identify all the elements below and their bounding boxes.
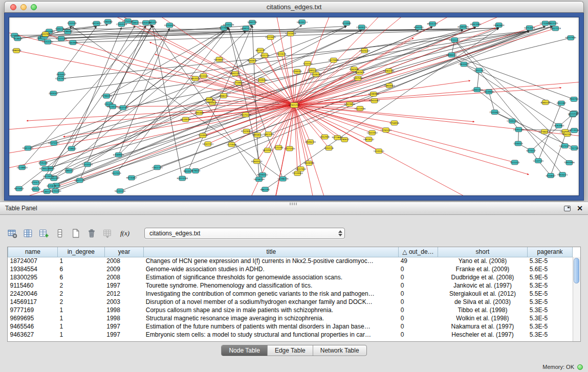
table-row[interactable]: 2242004622012Investigating the contribut… xyxy=(8,290,573,298)
table-cell[interactable]: 5.3E-5 xyxy=(528,314,573,322)
table-cell[interactable]: 2003 xyxy=(104,298,144,306)
table-cell[interactable]: 14569117 xyxy=(8,298,58,306)
zoom-window-button[interactable] xyxy=(31,4,37,10)
table-cell[interactable]: 2 xyxy=(57,281,104,290)
table-row[interactable]: 977716911998Corpus callosum shape and si… xyxy=(8,306,573,314)
network-graph[interactable]: 8904133715100815460793616425356381413180… xyxy=(9,17,579,195)
table-cell[interactable]: 5.5E-5 xyxy=(528,290,573,298)
window-titlebar[interactable]: citations_edges.txt xyxy=(4,1,584,13)
table-mode-icon[interactable] xyxy=(7,228,17,238)
table-cell[interactable]: Genome-wide association studies in ADHD. xyxy=(144,265,399,273)
table-cell[interactable]: Changes of HCN gene expression and I(f) … xyxy=(144,257,399,265)
table-cell[interactable]: 5.3E-5 xyxy=(528,306,573,314)
tab-node-table[interactable]: Node Table xyxy=(222,345,267,356)
table-cell[interactable]: 19384554 xyxy=(8,265,58,273)
column-header[interactable]: title xyxy=(144,247,399,257)
table-cell[interactable]: 5.3E-5 xyxy=(528,281,573,290)
table-cell[interactable]: 5.6E-5 xyxy=(528,265,573,273)
network-canvas[interactable]: 8904133715100815460793616425356381413180… xyxy=(9,17,579,196)
table-cell[interactable]: 0 xyxy=(399,273,438,281)
show-columns-icon[interactable] xyxy=(23,228,33,238)
table-scrollbar[interactable] xyxy=(573,257,580,341)
splitter-handle[interactable] xyxy=(290,203,298,205)
table-cell[interactable]: 0 xyxy=(399,322,438,331)
table-row[interactable]: 1872400712008Changes of HCN gene express… xyxy=(8,257,573,265)
table-cell[interactable]: 5.9E-5 xyxy=(528,273,573,281)
table-cell[interactable]: 9465546 xyxy=(8,322,58,331)
table-cell[interactable]: 2 xyxy=(57,290,104,298)
column-header[interactable]: year xyxy=(104,247,144,257)
scrollbar-thumb[interactable] xyxy=(574,258,579,283)
table-row[interactable]: 1938455462009Genome-wide association stu… xyxy=(8,265,573,273)
table-cell[interactable]: 5.3E-5 xyxy=(528,331,573,339)
tab-edge-table[interactable]: Edge Table xyxy=(267,345,313,356)
table-cell[interactable]: 6 xyxy=(57,273,104,281)
table-cell[interactable]: Stergiakouli et al. (2012) xyxy=(438,290,528,298)
table-row[interactable]: 911546021997Tourette syndrome. Phenomeno… xyxy=(8,281,573,290)
table-cell[interactable]: 49 xyxy=(399,257,438,265)
table-cell[interactable]: Corpus callosum shape and size in male p… xyxy=(144,306,399,314)
table-cell[interactable]: Structural magnetic resonance image aver… xyxy=(144,314,399,322)
table-cell[interactable]: 9777169 xyxy=(8,306,58,314)
column-header[interactable]: pagerank xyxy=(528,247,573,257)
table-row[interactable]: 946554611997Estimation of the future num… xyxy=(8,322,573,331)
table-cell[interactable]: 1 xyxy=(57,306,104,314)
table-cell[interactable]: Wolkin et al. (1998) xyxy=(438,314,528,322)
new-row-icon[interactable] xyxy=(55,228,65,238)
table-cell[interactable]: 0 xyxy=(399,331,438,339)
table-cell[interactable]: 1 xyxy=(57,331,104,339)
table-cell[interactable]: 2008 xyxy=(104,257,144,265)
table-cell[interactable]: 2 xyxy=(57,298,104,306)
column-header[interactable]: △ out_de… xyxy=(399,247,438,257)
table-cell[interactable]: 9463627 xyxy=(8,331,58,339)
table-cell[interactable]: 1 xyxy=(57,257,104,265)
table-cell[interactable]: 1998 xyxy=(104,314,144,322)
table-cell[interactable]: de Silva et al. (2003) xyxy=(438,298,528,306)
table-cell[interactable]: 2009 xyxy=(104,265,144,273)
table-cell[interactable]: 18300295 xyxy=(8,273,58,281)
table-cell[interactable]: Estimation of significance thresholds fo… xyxy=(144,273,399,281)
table-cell[interactable]: 9699695 xyxy=(8,314,58,322)
table-cell[interactable]: 1 xyxy=(57,322,104,331)
table-cell[interactable]: 0 xyxy=(399,265,438,273)
table-cell[interactable]: 9115460 xyxy=(8,281,58,290)
table-cell[interactable]: 5.3E-5 xyxy=(528,322,573,331)
table-cell[interactable]: 5.3E-5 xyxy=(528,298,573,306)
table-cell[interactable]: 0 xyxy=(399,298,438,306)
table-cell[interactable]: Estimation of the future numbers of pati… xyxy=(144,322,399,331)
delete-table-icon[interactable] xyxy=(86,228,97,238)
table-cell[interactable]: Yano et al. (2008) xyxy=(438,257,528,265)
table-cell[interactable]: Disruption of a novel member of a sodium… xyxy=(144,298,399,306)
close-window-button[interactable] xyxy=(10,4,16,10)
column-header[interactable]: in_degree xyxy=(57,247,104,257)
table-cell[interactable]: 0 xyxy=(399,306,438,314)
table-cell[interactable]: 18724007 xyxy=(8,257,58,265)
table-cell[interactable]: 0 xyxy=(399,281,438,290)
column-header[interactable]: name xyxy=(8,247,58,257)
table-cell[interactable]: Embryonic stem cells: a model to study s… xyxy=(144,331,399,339)
table-row[interactable]: 969969511998Structural magnetic resonanc… xyxy=(8,314,573,322)
table-cell[interactable]: 1 xyxy=(57,314,104,322)
table-cell[interactable]: 5.3E-5 xyxy=(528,257,573,265)
minimize-window-button[interactable] xyxy=(20,4,27,10)
table-cell[interactable]: Dudbridge et al. (2008) xyxy=(438,273,528,281)
table-cell[interactable]: 22420046 xyxy=(8,290,58,298)
table-cell[interactable]: 2008 xyxy=(104,273,144,281)
table-selector-combobox[interactable]: citations_edges.txt xyxy=(144,228,345,239)
table-cell[interactable]: Jankovic et al. (1997) xyxy=(438,281,528,290)
table-cell[interactable]: 1997 xyxy=(104,331,144,339)
table-cell[interactable]: Tibbo et al. (1998) xyxy=(438,306,528,314)
table-cell[interactable]: 0 xyxy=(399,314,438,322)
combobox-stepper-icon[interactable] xyxy=(336,228,344,238)
function-builder-icon[interactable]: f(x) xyxy=(118,228,132,238)
new-column-icon[interactable] xyxy=(39,228,49,238)
table-cell[interactable]: 2012 xyxy=(104,290,144,298)
table-cell[interactable]: 0 xyxy=(399,290,438,298)
column-header[interactable]: short xyxy=(438,247,528,257)
table-cell[interactable]: Hescheler et al. (1997) xyxy=(438,331,528,339)
memory-status-icon[interactable] xyxy=(577,364,583,370)
table-cell[interactable]: Nakamura et al. (1997) xyxy=(438,322,528,331)
table-cell[interactable]: Franke et al. (2009) xyxy=(438,265,528,273)
table-cell[interactable]: 1997 xyxy=(104,281,144,290)
table-cell[interactable]: Investigating the contribution of common… xyxy=(144,290,399,298)
